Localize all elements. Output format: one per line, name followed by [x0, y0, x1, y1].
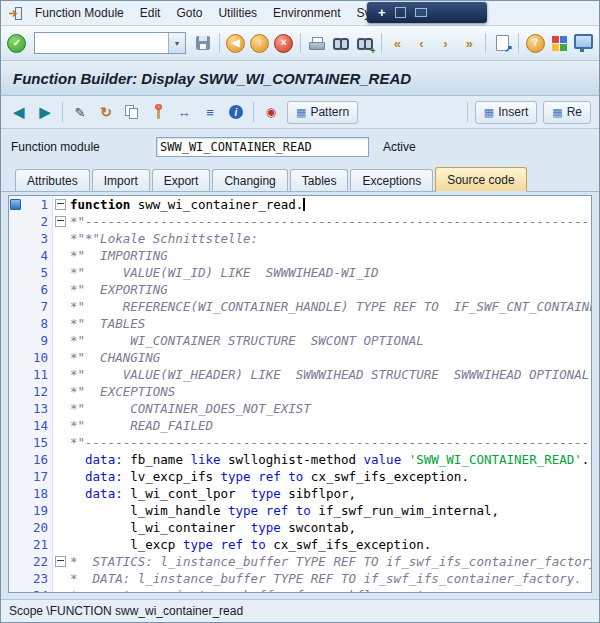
icon-margin [9, 247, 22, 264]
code-line[interactable]: 15*"------------------------------------… [9, 434, 591, 451]
code-line[interactable]: 12*" EXCEPTIONS [9, 383, 591, 400]
code-line[interactable]: 22* STATICS: l_instance_buffer TYPE REF … [9, 553, 591, 570]
insert-label: Insert [498, 105, 528, 119]
document-icon: ↗ [496, 35, 509, 51]
menu-environment[interactable]: Environment [265, 3, 348, 23]
pretty-printer-button[interactable]: ≡ [198, 100, 222, 124]
fold-collapse-icon[interactable] [55, 199, 66, 210]
fold-margin [53, 417, 67, 434]
menu-bar: Function Module Edit Goto Utilities Envi… [1, 1, 599, 26]
cancel-button[interactable]: × [273, 31, 295, 55]
menu-function-module[interactable]: Function Module [27, 3, 132, 23]
scope-text: Scope \FUNCTION sww_wi_container_read [9, 604, 243, 618]
enter-button[interactable]: ✓ [6, 31, 28, 55]
code-line[interactable]: 8*" TABLES [9, 315, 591, 332]
insert-button[interactable]: ▦ Insert [475, 101, 537, 124]
code-line[interactable]: 1function sww_wi_container_read. [9, 196, 591, 213]
find-next-button[interactable]: + [354, 31, 376, 55]
exit-button[interactable]: ↑ [249, 31, 271, 55]
code-text: *" WI_CONTAINER STRUCTURE SWCONT OPTIONA… [67, 332, 591, 349]
session-exit-icon[interactable] [5, 3, 25, 23]
code-line[interactable]: 13*" CONTAINER_DOES_NOT_EXIST [9, 400, 591, 417]
back-button[interactable]: ◀ [225, 31, 247, 55]
first-page-button[interactable]: « [387, 31, 409, 55]
code-line[interactable]: 3*"*"Lokale Schnittstelle: [9, 230, 591, 247]
code-line[interactable]: 24* create new instance buffer for workf… [9, 587, 591, 593]
tab-exceptions[interactable]: Exceptions [350, 169, 433, 191]
replace-label: Re [567, 105, 582, 119]
last-page-button[interactable]: » [458, 31, 480, 55]
create-shortcut-button[interactable]: ↗ [491, 31, 513, 55]
enhancement-button[interactable]: ◉ [259, 100, 283, 124]
system-toolbar: ✓ ▼ ◀ ↑ × + « ‹ › » ↗ ? [1, 26, 599, 61]
where-used-button[interactable]: ↔ [172, 100, 196, 124]
replace-button[interactable]: ▦ Re [543, 101, 591, 124]
find-button[interactable] [330, 31, 352, 55]
gui-settings-button[interactable] [572, 31, 594, 55]
code-line[interactable]: 11*" VALUE(WI_HEADER) LIKE SWWWIHEAD STR… [9, 366, 591, 383]
tab-source-code[interactable]: Source code [435, 167, 526, 192]
code-line[interactable]: 9*" WI_CONTAINER STRUCTURE SWCONT OPTION… [9, 332, 591, 349]
function-module-input[interactable]: SWW_WI_CONTAINER_READ [156, 137, 369, 157]
nav-forward-button[interactable]: ▶ [33, 100, 57, 124]
command-input[interactable] [35, 33, 168, 53]
code-line[interactable]: 6*" EXPORTING [9, 281, 591, 298]
command-dropdown-icon[interactable]: ▼ [168, 33, 185, 53]
fold-margin [53, 298, 67, 315]
display-change-button[interactable]: ✎ [68, 100, 92, 124]
tab-changing[interactable]: Changing [212, 169, 287, 191]
menu-edit[interactable]: Edit [132, 3, 169, 23]
code-text: l_wim_handle type ref to if_swf_run_wim_… [67, 502, 591, 519]
tab-tables[interactable]: Tables [290, 169, 349, 191]
question-icon: ? [526, 34, 545, 53]
code-line[interactable]: 23* DATA: l_instance_buffer TYPE REF TO … [9, 570, 591, 587]
tab-attributes[interactable]: Attributes [15, 169, 90, 191]
toolbar-separator [219, 33, 220, 53]
tab-export[interactable]: Export [152, 169, 211, 191]
code-editor[interactable]: 1function sww_wi_container_read.2*"-----… [8, 195, 592, 593]
save-button[interactable] [192, 31, 214, 55]
code-line[interactable]: 4*" IMPORTING [9, 247, 591, 264]
code-text: *" CONTAINER_DOES_NOT_EXIST [67, 400, 591, 417]
line-number: 17 [22, 468, 53, 485]
code-text: *" READ_FAILED [67, 417, 591, 434]
code-line[interactable]: 7*" REFERENCE(WI_CONTAINER_HANDLE) TYPE … [9, 298, 591, 315]
icon-margin [9, 281, 22, 298]
code-line[interactable]: 2*"-------------------------------------… [9, 213, 591, 230]
nav-back-button[interactable]: ◀ [7, 100, 31, 124]
icon-margin [9, 383, 22, 400]
code-line[interactable]: 19 l_wim_handle type ref to if_swf_run_w… [9, 502, 591, 519]
code-line[interactable]: 10*" CHANGING [9, 349, 591, 366]
menu-goto[interactable]: Goto [168, 3, 210, 23]
fold-margin [53, 213, 67, 230]
pattern-button[interactable]: ▦ Pattern [287, 101, 358, 124]
tab-import[interactable]: Import [92, 169, 150, 191]
code-line[interactable]: 14*" READ_FAILED [9, 417, 591, 434]
exit-arrow-icon: ↑ [250, 34, 269, 53]
icon-margin [9, 553, 22, 570]
customize-layout-button[interactable] [548, 31, 570, 55]
fold-collapse-icon[interactable] [55, 556, 66, 567]
fold-collapse-icon[interactable] [55, 216, 66, 227]
activate-button[interactable] [146, 100, 170, 124]
enter-check-icon: ✓ [7, 34, 26, 53]
code-line[interactable]: 18 data: l_wi_cont_lpor type sibflpor, [9, 485, 591, 502]
code-line[interactable]: 16 data: fb_name like swlloghist-method … [9, 451, 591, 468]
fold-margin [53, 332, 67, 349]
code-line[interactable]: 21 l_excp type ref to cx_swf_ifs_excepti… [9, 536, 591, 553]
previous-page-button[interactable]: ‹ [410, 31, 432, 55]
code-line[interactable]: 20 l_wi_container type swcontab, [9, 519, 591, 536]
code-line[interactable]: 5*" VALUE(WI_ID) LIKE SWWWIHEAD-WI_ID [9, 264, 591, 281]
fold-margin [53, 587, 67, 593]
code-text: * DATA: l_instance_buffer TYPE REF TO if… [67, 570, 591, 587]
menu-utilities[interactable]: Utilities [210, 3, 265, 23]
next-page-button[interactable]: › [434, 31, 456, 55]
shortcut-arrow-icon: ↗ [504, 43, 512, 54]
command-field[interactable]: ▼ [34, 32, 186, 54]
help-button[interactable]: ? [524, 31, 546, 55]
copy-button[interactable] [120, 100, 144, 124]
documentation-button[interactable]: i [224, 100, 248, 124]
refresh-button[interactable]: ↻ [94, 100, 118, 124]
code-line[interactable]: 17 data: lv_excp_ifs type ref to cx_swf_… [9, 468, 591, 485]
print-button[interactable] [306, 31, 328, 55]
